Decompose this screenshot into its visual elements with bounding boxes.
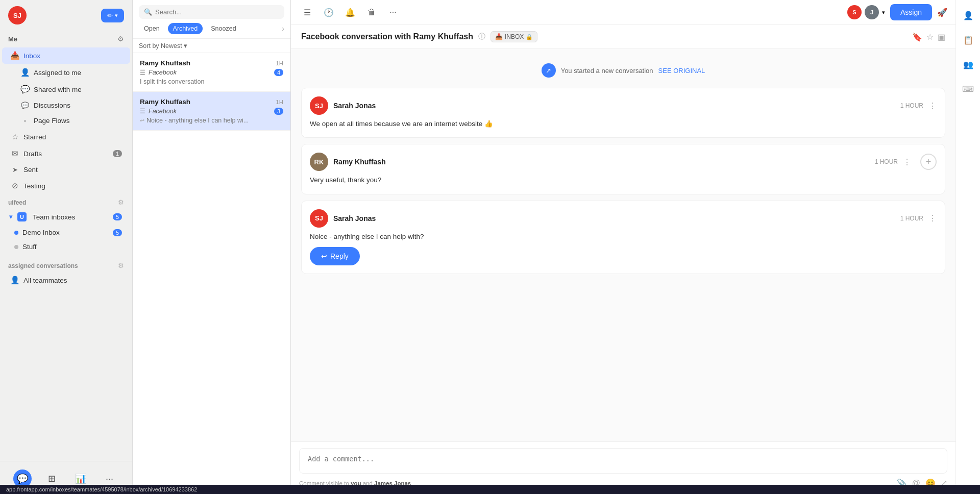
sidebar-item-shared[interactable]: 💬 Shared with me <box>2 81 130 97</box>
comment-input[interactable] <box>299 448 947 474</box>
conv-title-bar: Facebook conversation with Ramy Khuffash… <box>291 25 955 49</box>
sidebar-item-drafts[interactable]: ✉ Drafts 1 <box>2 145 130 162</box>
conv2-time: 1H <box>276 99 283 105</box>
new-conv-notice: ↗ You started a new conversation SEE ORI… <box>301 59 945 82</box>
filter-open[interactable]: Open <box>139 23 165 34</box>
assigned-section-header: Assigned conversations ⚙ <box>0 258 132 271</box>
conv2-preview: ↩ Noice - anything else I can help wi... <box>140 117 283 124</box>
reply-button[interactable]: ↩ Reply <box>310 247 360 265</box>
inbox-label: Inbox <box>23 52 40 60</box>
conv-title-actions: 🔖 ☆ ▣ <box>912 32 945 42</box>
assignee-chevron-icon[interactable]: ▾ <box>882 9 885 16</box>
conv1-source-row: ☰ Facebook 4 <box>140 69 283 76</box>
see-original-link[interactable]: SEE ORIGINAL <box>658 67 705 75</box>
sidebar-item-sent[interactable]: ➤ Sent <box>2 162 130 177</box>
assigned-gear-icon[interactable]: ⚙ <box>118 262 124 269</box>
filter-archived[interactable]: Archived <box>168 23 203 34</box>
conv1-time: 1H <box>276 60 283 66</box>
search-icon: 🔍 <box>144 8 152 16</box>
sidebar-item-demo-inbox[interactable]: Demo Inbox 5 <box>2 226 130 239</box>
conv2-reply-icon: ↩ <box>140 117 144 124</box>
filter-more-icon[interactable]: › <box>282 24 284 33</box>
add-message-button[interactable]: + <box>920 154 937 170</box>
sidebar-item-assigned[interactable]: 👤 Assigned to me <box>2 64 130 81</box>
message-card-2: RK Ramy Khuffash 1 HOUR ⋮ + Very useful,… <box>301 144 945 194</box>
conv1-sender: Ramy Khuffash <box>140 59 190 67</box>
msg2-header: RK Ramy Khuffash 1 HOUR ⋮ + <box>310 153 937 171</box>
msg2-more-icon[interactable]: ⋮ <box>903 157 911 167</box>
conv1-preview: I split this conversation <box>140 78 283 85</box>
statusbar-url: app.frontapp.com/inboxes/teammates/45950… <box>6 486 197 492</box>
discussions-icon: 💬 <box>20 102 30 109</box>
msg1-body: We open at all times because we are an i… <box>310 119 937 129</box>
info-icon[interactable]: ⓘ <box>478 32 485 41</box>
bookmark-icon[interactable]: 🔖 <box>912 32 922 42</box>
conv2-badge: 3 <box>274 108 283 115</box>
testing-icon: ⊘ <box>10 181 19 190</box>
reply-icon: ↩ <box>321 252 327 260</box>
msg1-time: 1 HOUR <box>900 102 923 109</box>
conv-item-2[interactable]: Ramy Khuffash 1H ☰ Facebook 3 ↩ Noice - … <box>133 92 290 131</box>
msg2-time: 1 HOUR <box>875 158 898 165</box>
assigned-section-label: Assigned conversations <box>8 262 78 269</box>
rocket-icon[interactable]: 🚀 <box>937 8 947 17</box>
demo-inbox-badge: 5 <box>113 229 122 236</box>
right-user-icon[interactable]: 👥 <box>959 55 977 73</box>
label-icon[interactable]: ☰ <box>299 4 315 20</box>
assignee-avatar-s: S <box>847 5 862 19</box>
notification-icon[interactable]: 🔔 <box>342 4 358 20</box>
lock-icon: 🔒 <box>526 34 533 40</box>
conv1-header: Ramy Khuffash 1H <box>140 59 283 67</box>
inbox-badge-text: INBOX <box>505 33 524 40</box>
team-inbox-icon: U <box>17 212 27 221</box>
sort-chevron-icon: ▾ <box>184 42 187 50</box>
sidebar-item-testing[interactable]: ⊘ Testing <box>2 178 130 194</box>
me-gear-icon[interactable]: ⚙ <box>117 35 124 43</box>
sidebar-item-inbox[interactable]: 📥 Inbox <box>2 47 130 64</box>
sent-label: Sent <box>23 166 38 174</box>
assign-button[interactable]: Assign <box>890 4 932 20</box>
sidebar-item-team-inboxes[interactable]: ▾ U Team inboxes 5 <box>2 209 130 225</box>
sidebar-nav: 📥 Inbox 👤 Assigned to me 💬 Shared with m… <box>0 47 132 461</box>
teammates-icon: 👤 <box>10 276 19 285</box>
filter-tabs: Open Archived Snoozed › <box>139 23 284 34</box>
discussions-label: Discussions <box>34 102 70 109</box>
search-input[interactable] <box>155 8 279 16</box>
conv1-source: Facebook <box>149 69 177 76</box>
sent-icon: ➤ <box>10 166 19 174</box>
notice-icon: ↗ <box>542 63 556 78</box>
shared-icon: 💬 <box>20 85 30 94</box>
sort-label[interactable]: Sort by Newest ▾ <box>139 42 187 50</box>
assigned-icon: 👤 <box>20 68 30 77</box>
team-section-header: uifeed ⚙ <box>0 194 132 208</box>
stuff-dot <box>14 245 18 249</box>
sidebar-item-all-teammates[interactable]: 👤 All teammates <box>2 272 130 288</box>
right-keyboard-icon[interactable]: ⌨ <box>959 80 977 98</box>
msg3-body: Noice - anything else I can help with? <box>310 232 937 242</box>
drafts-badge: 1 <box>113 150 122 157</box>
filter-snoozed[interactable]: Snoozed <box>206 23 241 34</box>
panel-icon[interactable]: ▣ <box>938 32 945 42</box>
right-contact-icon[interactable]: 👤 <box>959 6 977 24</box>
star-icon[interactable]: ☆ <box>926 32 934 42</box>
team-gear-icon[interactable]: ⚙ <box>118 199 124 206</box>
right-details-icon[interactable]: 📋 <box>959 31 977 49</box>
conv-item-1[interactable]: Ramy Khuffash 1H ☰ Facebook 4 I split th… <box>133 53 290 92</box>
drafts-label: Drafts <box>23 150 42 158</box>
conv-title: Facebook conversation with Ramy Khuffash <box>301 32 473 41</box>
compose-button[interactable]: ✏ ▾ <box>101 9 124 22</box>
sidebar-item-pageflows[interactable]: ● Page Flows <box>2 113 130 128</box>
msg1-more-icon[interactable]: ⋮ <box>928 101 937 111</box>
snooze-icon[interactable]: 🕐 <box>321 4 337 20</box>
msg2-sender: Ramy Khuffash <box>333 158 870 166</box>
sidebar-item-starred[interactable]: ☆ Starred <box>2 129 130 145</box>
sidebar-item-stuff[interactable]: Stuff <box>2 240 130 254</box>
me-label: Me <box>8 35 17 43</box>
pageflows-label: Page Flows <box>34 117 70 125</box>
delete-icon[interactable]: 🗑 <box>363 4 380 20</box>
more-actions-icon[interactable]: ··· <box>385 4 401 20</box>
msg3-more-icon[interactable]: ⋮ <box>928 213 937 223</box>
search-box[interactable]: 🔍 <box>139 5 284 19</box>
msg3-avatar: SJ <box>310 209 328 228</box>
sidebar-item-discussions[interactable]: 💬 Discussions <box>2 98 130 113</box>
